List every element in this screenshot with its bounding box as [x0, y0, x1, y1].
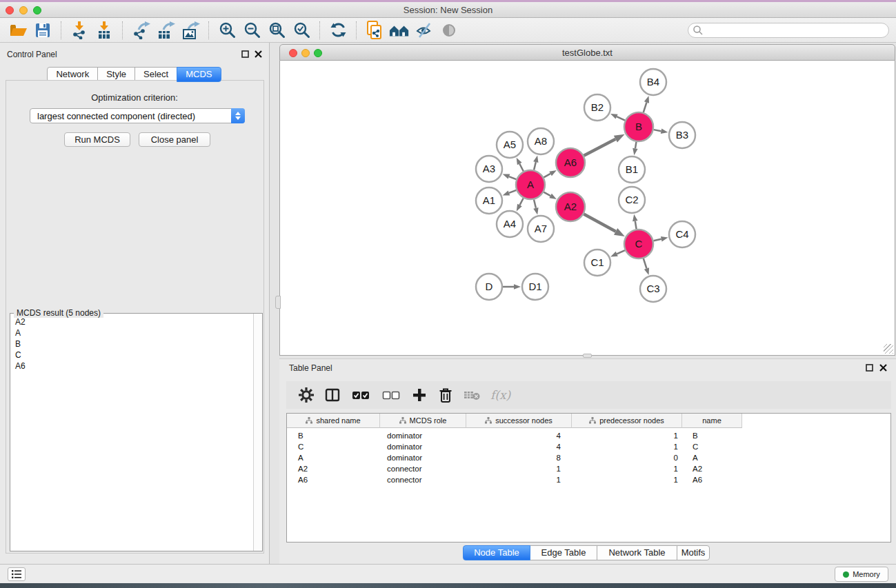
graph-node-B[interactable]: B [624, 112, 653, 141]
zoom-in-icon[interactable] [217, 21, 237, 40]
graph-node-B4[interactable]: B4 [640, 69, 666, 95]
graph-node-A4[interactable]: A4 [497, 211, 523, 237]
refresh-icon[interactable] [328, 21, 348, 40]
export-image-icon[interactable] [180, 21, 201, 40]
graph-edge[interactable] [544, 192, 550, 196]
graph-node-A5[interactable]: A5 [497, 132, 523, 158]
function-builder-icon[interactable]: f(x) [490, 388, 510, 402]
graph-node-A2[interactable]: A2 [556, 192, 585, 221]
graph-edge[interactable] [644, 258, 647, 269]
delete-table-icon[interactable] [460, 385, 484, 405]
graph-edge[interactable] [617, 250, 625, 254]
zoom-selected-icon[interactable] [291, 21, 312, 40]
graph-edge[interactable] [635, 221, 637, 230]
table-cell: dominator [380, 432, 466, 440]
graph-node-C2[interactable]: C2 [619, 187, 645, 213]
column-header-shared-name[interactable]: shared name [287, 414, 380, 428]
graph-edge[interactable] [617, 116, 625, 121]
close-panel-icon[interactable] [254, 50, 263, 59]
graph-node-A3[interactable]: A3 [476, 156, 502, 182]
tab-network-table[interactable]: Network Table [597, 545, 677, 560]
float-panel-icon[interactable] [865, 363, 874, 372]
select-all-checks-icon[interactable] [347, 385, 375, 405]
network-canvas-container[interactable]: B4B2BB3B1A5A8A6A3AA1C2A2A4A7C4CC1C3DD1 [279, 61, 895, 356]
graph-edge[interactable] [509, 176, 517, 179]
graph-node-A7[interactable]: A7 [528, 216, 554, 242]
graph-edge[interactable] [544, 174, 550, 177]
add-column-icon[interactable] [408, 385, 431, 405]
import-table-icon[interactable] [94, 21, 115, 40]
memory-button[interactable]: Memory [835, 567, 888, 582]
open-session-icon[interactable] [8, 21, 28, 40]
search-input[interactable] [704, 24, 888, 37]
graph-node-C4[interactable]: C4 [669, 221, 695, 247]
result-list-item[interactable]: B [10, 338, 252, 349]
column-header-successor-nodes[interactable]: successor nodes [466, 414, 572, 428]
column-header-predecessor-nodes[interactable]: predecessor nodes [572, 414, 682, 428]
tab-mcds[interactable]: MCDS [177, 67, 221, 82]
graph-node-D[interactable]: D [476, 274, 502, 300]
table-row[interactable]: A6connector11A6 [287, 474, 890, 485]
table-cell: 4 [466, 443, 572, 451]
hide-eye-icon[interactable] [414, 21, 435, 40]
graph-node-B3[interactable]: B3 [669, 122, 695, 148]
panel-divider-grip[interactable] [583, 354, 592, 358]
graph-edge[interactable] [519, 164, 524, 172]
export-table-icon[interactable] [155, 21, 176, 40]
graph-edge[interactable] [534, 199, 536, 207]
close-panel-icon[interactable] [879, 363, 888, 372]
run-mcds-button[interactable]: Run MCDS [64, 132, 130, 147]
graph-edge[interactable] [509, 190, 517, 193]
table-row[interactable]: Adominator80A [287, 452, 890, 463]
panel-divider-grip[interactable] [275, 296, 281, 309]
graph-node-C3[interactable]: C3 [640, 276, 666, 302]
result-list-item[interactable]: C [10, 349, 252, 361]
graph-edge[interactable] [534, 162, 536, 170]
save-session-icon[interactable] [32, 21, 53, 40]
resize-grip-icon[interactable] [884, 344, 893, 354]
import-network-icon[interactable] [69, 21, 90, 40]
tab-motifs[interactable]: Motifs [677, 545, 710, 560]
table-row[interactable]: Bdominator41B [287, 430, 890, 441]
graph-node-A[interactable]: A [516, 170, 545, 199]
tab-node-table[interactable]: Node Table [463, 545, 530, 560]
graph-edge[interactable] [584, 139, 615, 156]
graph-edge[interactable] [654, 130, 661, 131]
graph-edge[interactable] [653, 239, 661, 241]
table-row[interactable]: Cdominator41C [287, 441, 890, 452]
home-icon[interactable] [389, 21, 410, 40]
export-network-icon[interactable] [130, 21, 151, 40]
graph-node-B2[interactable]: B2 [584, 94, 610, 121]
table-row[interactable]: A2connector11A2 [287, 463, 890, 474]
graph-node-A8[interactable]: A8 [528, 128, 554, 154]
settings-gear-icon[interactable] [295, 385, 318, 405]
graph-node-C1[interactable]: C1 [584, 250, 610, 276]
column-header-mcds-role[interactable]: MCDS role [380, 414, 466, 428]
graph-node-A6[interactable]: A6 [556, 148, 585, 177]
float-panel-icon[interactable] [241, 50, 250, 59]
zoom-out-icon[interactable] [241, 21, 262, 40]
graph-edge[interactable] [584, 214, 615, 232]
graph-node-B1[interactable]: B1 [619, 156, 645, 183]
close-panel-button[interactable]: Close panel [139, 132, 210, 147]
graph-node-C[interactable]: C [624, 230, 653, 258]
result-scrollbar[interactable] [253, 314, 262, 551]
split-columns-icon[interactable] [321, 385, 344, 405]
task-history-button[interactable] [8, 567, 26, 581]
delete-column-trash-icon[interactable] [434, 385, 457, 405]
zoom-fit-icon[interactable] [266, 21, 287, 40]
graph-node-D1[interactable]: D1 [522, 274, 548, 300]
graph-edge[interactable] [644, 102, 647, 112]
graph-node-A1[interactable]: A1 [476, 187, 502, 214]
eye-icon[interactable] [439, 21, 459, 40]
result-list-item[interactable]: A [10, 327, 252, 338]
column-header-name[interactable]: name [682, 414, 742, 428]
optimization-criterion-dropdown[interactable]: largest connected component (directed) [30, 108, 245, 123]
graph-edge[interactable] [519, 198, 523, 205]
tab-edge-table[interactable]: Edge Table [530, 545, 597, 560]
clear-checks-icon[interactable] [377, 385, 405, 405]
result-list-item[interactable]: A2 [10, 316, 252, 327]
document-share-icon[interactable] [364, 21, 385, 40]
graph-edge[interactable] [635, 142, 637, 149]
result-list-item[interactable]: A6 [10, 361, 252, 372]
